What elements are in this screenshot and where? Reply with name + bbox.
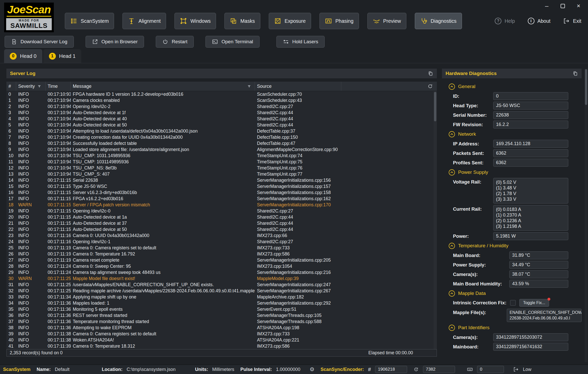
minimize-button[interactable]: –	[541, 2, 553, 10]
intrinsic-correction-row: Intrinsic Correction Fix: Toggle Fix...	[453, 299, 568, 307]
table-row[interactable]: 7 INFO 00:17:10:948 Creating correction …	[6, 134, 437, 140]
open-terminal-button[interactable]: Open Terminal	[205, 36, 259, 48]
table-row[interactable]: 37 INFO 00:17:11:367 Temperature monitor…	[6, 318, 437, 325]
column-header-severity[interactable]: Severity	[16, 82, 46, 91]
table-row[interactable]: 38 INFO 00:17:11:368 Attempting to wake …	[6, 325, 437, 331]
intrinsic-correction-checkbox[interactable]	[510, 300, 516, 306]
column-header-time[interactable]: Time	[46, 82, 71, 91]
section-general-header[interactable]: General	[448, 83, 568, 90]
severity-filter-icon[interactable]	[37, 84, 41, 88]
table-row[interactable]: 9 INFO 00:17:10:949 Loaded store alignme…	[6, 146, 437, 153]
exit-button[interactable]: Exit	[561, 13, 584, 29]
copy-log-button[interactable]	[428, 71, 433, 76]
column-header-index[interactable]: #	[6, 82, 16, 91]
table-row[interactable]: 25 INFO 00:17:11:194 Camera 0: Camera re…	[6, 245, 437, 251]
help-button[interactable]: ? Help	[492, 13, 517, 29]
log-scrollbar[interactable]	[434, 91, 437, 349]
nav-alignment-button[interactable]: Alignment	[122, 13, 166, 29]
maximize-button[interactable]	[557, 2, 569, 10]
column-header-source[interactable]: Source	[255, 82, 341, 91]
table-row[interactable]: 28 INFO 00:17:11:248 Camera 0: Sweep Cen…	[6, 263, 437, 269]
table-row[interactable]: 2 INFO 00:17:10:942 Opening /dev/i2c-2 S…	[6, 103, 437, 110]
units-label: Units:	[195, 367, 208, 372]
refresh-icon[interactable]	[428, 84, 433, 89]
table-row[interactable]: 10 INFO 00:17:10:949 TSU_CMP: 1031.14989…	[6, 153, 437, 159]
table-row[interactable]: 19 INFO 00:17:11:150 Opening /dev/i2c-0 …	[6, 208, 437, 214]
table-row[interactable]: 20 INFO 00:17:11:151 Auto-Detected devic…	[6, 214, 437, 220]
nav-masks-button[interactable]: Masks	[224, 13, 260, 29]
field-value-box: JS-50 WSC	[493, 102, 568, 110]
table-row[interactable]: 40 INFO 00:17:11:388 Woken ATSHA204A! AT…	[6, 337, 437, 343]
utility-nav: ? Help i About Exit	[492, 13, 584, 29]
table-row[interactable]: 12 INFO 00:17:10:949 TSU_CMP_NS: 8ef3b T…	[6, 165, 437, 171]
table-row[interactable]: 36 INFO 00:17:11:367 REST server thread …	[6, 312, 437, 318]
restart-button[interactable]: Restart	[156, 36, 194, 48]
table-row[interactable]: 13 INFO 00:17:10:949 TSU_CMP_S: 407 Time…	[6, 171, 437, 177]
close-button[interactable]: ×	[573, 2, 584, 10]
nav-scansystem-button[interactable]: ScanSystem	[65, 13, 114, 29]
table-row[interactable]: 29 INFO 00:17:11:248 Camera tap alignmen…	[6, 269, 437, 275]
hold-lasers-button[interactable]: Hold Lasers	[276, 36, 325, 48]
field-row: ID: 0	[453, 92, 568, 100]
tab-head-0[interactable]: 0 Head 0	[4, 49, 42, 63]
field-value-box: 34.49 °C	[509, 261, 568, 269]
table-row[interactable]: 27 INFO 00:17:11:196 Camera reset comple…	[6, 257, 437, 263]
table-row[interactable]: 15 INFO 00:17:11:150 Type JS-50 WSC Serv…	[6, 183, 437, 189]
nav-phasing-button[interactable]: Phasing	[319, 13, 359, 29]
nav-exposure-button[interactable]: Exposure	[269, 13, 311, 29]
table-row[interactable]: 0 INFO 00:17:10:939 FPGA hardware ID 1 v…	[6, 91, 437, 97]
table-row[interactable]: 32 INFO 00:17:11:250 Reading mapple arch…	[6, 288, 437, 294]
section-part-identifiers-header[interactable]: Part Identifiers	[448, 324, 568, 331]
section-power-header[interactable]: Power Supply	[448, 169, 568, 176]
table-row[interactable]: 34 INFO 00:17:11:365 Mapples loaded: 1 S…	[6, 300, 437, 306]
table-row[interactable]: 22 INFO 00:17:11:155 Auto-Detected devic…	[6, 226, 437, 232]
tab-head-1[interactable]: 1 Head 1	[43, 49, 81, 63]
table-row[interactable]: 8 INFO 00:17:10:949 Successfully loaded …	[6, 140, 437, 146]
table-row[interactable]: 1 INFO 00:17:10:942 Camera clocks enable…	[6, 97, 437, 103]
exit-icon	[563, 18, 570, 24]
section-network-header[interactable]: Network	[448, 131, 568, 138]
main-nav: ScanSystem Alignment Windows Masks Expos…	[65, 13, 462, 29]
table-row[interactable]: 3 INFO 00:17:10:943 Auto-Detected device…	[6, 110, 437, 116]
nav-windows-button[interactable]: Windows	[174, 13, 216, 29]
table-row[interactable]: 26 INFO 00:17:11:195 Camera 0: Temperatu…	[6, 251, 437, 257]
table-row[interactable]: 11 INFO 00:17:10:949 TSU_CMP: 1031149895…	[6, 159, 437, 165]
table-row[interactable]: 35 INFO 00:17:11:367 Monitoring 5 epoll …	[6, 306, 437, 312]
hardware-scrollbar[interactable]	[585, 69, 587, 362]
table-row[interactable]: 21 INFO 00:17:11:153 Auto-Detected devic…	[6, 220, 437, 226]
section-temperature-header[interactable]: Temperature / Humidity	[448, 242, 568, 249]
table-row[interactable]: 24 INFO 00:17:11:160 Opening /dev/i2c-1 …	[6, 239, 437, 245]
column-header-message[interactable]: Message	[71, 82, 255, 91]
toggle-fix-button[interactable]: Toggle Fix...	[519, 299, 549, 307]
table-row[interactable]: 39 INFO 00:17:11:387 Camera 0: Camera re…	[6, 331, 437, 337]
open-in-browser-button[interactable]: Open in Browser	[86, 36, 144, 48]
nav-diagnostics-button[interactable]: Diagnostics	[415, 13, 462, 29]
table-row[interactable]: 4 INFO 00:17:10:945 Auto-Detected device…	[6, 116, 437, 122]
copy-diagnostics-button[interactable]	[573, 71, 578, 76]
table-row[interactable]: 31 INFO 00:17:11:250 /userdata/vMapples/…	[6, 282, 437, 288]
table-row[interactable]: 33 INFO 00:17:11:341 Applying mapple shi…	[6, 294, 437, 300]
masks-icon	[230, 17, 237, 25]
table-row[interactable]: 14 INFO 00:17:11:150 Serial 22638 Server…	[6, 177, 437, 183]
log-scrollbar-thumb[interactable]	[434, 92, 436, 121]
section-mapple-header[interactable]: Mapple Data	[448, 290, 568, 297]
table-row[interactable]: 6 INFO 00:17:10:948 Attempting to load /…	[6, 128, 437, 134]
message-filter-icon[interactable]	[247, 84, 251, 88]
table-row[interactable]: 18 WARN 00:17:11:150 Server / FPGA patch…	[6, 202, 437, 208]
about-button[interactable]: i About	[525, 13, 553, 29]
table-row[interactable]: 16 INFO 00:17:11:150 Server v16.2.3-dirt…	[6, 189, 437, 196]
table-row[interactable]: 5 INFO 00:17:10:946 Auto-Detected device…	[6, 122, 437, 128]
nav-preview-button[interactable]: Preview	[367, 13, 406, 29]
table-row[interactable]: 30 WARN 00:17:11:250 Mapple Model file d…	[6, 275, 437, 282]
table-row[interactable]: 23 INFO 00:17:11:160 Camera 0: UUID 0x4a…	[6, 232, 437, 239]
collapse-chevron-icon	[448, 242, 455, 249]
hardware-scrollbar-thumb[interactable]	[585, 69, 587, 105]
download-server-log-button[interactable]: Download Server Log	[5, 36, 74, 48]
table-row[interactable]: 17 INFO 00:17:11:150 FPGA v16.2.2+ed03b0…	[6, 196, 437, 202]
field-row: Camera(s): 334122897155203072	[453, 333, 568, 341]
section-network: Network IP Address: 169.254.110.128 Pack…	[453, 131, 568, 167]
settings-gear-icon[interactable]: ⚙	[310, 366, 314, 372]
windows-icon	[180, 17, 187, 25]
table-row[interactable]: 41 INFO 00:17:11:390 Camera 0: Temperatu…	[6, 343, 437, 349]
section-temperature-humidity: Temperature / Humidity Main Board: 31.89…	[453, 242, 568, 288]
